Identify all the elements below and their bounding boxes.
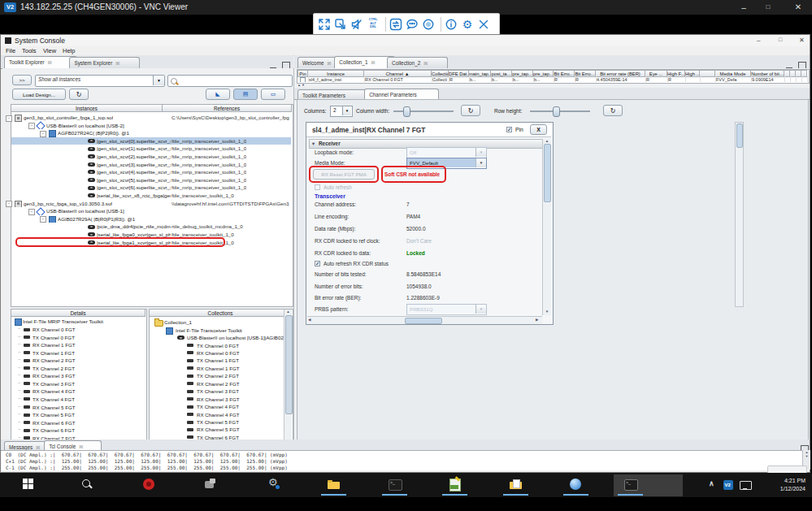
pin-checkbox[interactable]: ✓ — [506, 127, 512, 132]
scroll-left-icon[interactable]: ◀ — [308, 318, 310, 322]
tab-system-explorer[interactable]: System Explorer☒ — [69, 57, 140, 68]
tray-chevron-icon[interactable]: ∧ — [709, 479, 714, 487]
table-cell[interactable]: b... — [468, 76, 492, 82]
close-window-icon[interactable]: ✕ — [790, 2, 806, 11]
collections-scrollbar[interactable]: ▲▼ — [284, 310, 292, 448]
table-cell[interactable]: Collecti — [431, 76, 449, 82]
row-height-slider-thumb[interactable] — [553, 106, 560, 117]
details-item[interactable]: –TX Channel 0 FGT — [11, 334, 145, 342]
display-tray-icon[interactable] — [740, 481, 752, 490]
collections-item[interactable]: RX Channel 1 FGT — [150, 365, 283, 373]
taskbar-icon-file-explorer[interactable] — [328, 479, 340, 491]
tree-row[interactable]: |serial_lite_xcvr_x8_rctc_fpga|gen_sl_ph… — [11, 192, 291, 200]
tab-close-icon[interactable]: ☒ — [48, 60, 52, 65]
ctrl-alt-del-icon[interactable]: CTRLALTDEL — [367, 18, 380, 31]
section-collapse-icon[interactable]: ▾ — [312, 141, 315, 146]
tree-row[interactable]: |gen_slot_xcvr[0].superlite_xcvr_x8_slot… — [11, 137, 291, 145]
collections-item[interactable]: TX Channel 5 FGT — [150, 418, 283, 427]
tree-row[interactable]: |gen_slot_xcvr[1].superlite_xcvr_x8_slot… — [11, 145, 291, 153]
scroll-up-icon[interactable]: ▲ — [284, 310, 292, 314]
minimize-window-icon[interactable]: – — [736, 3, 752, 12]
chevron-down-icon[interactable]: ▼ — [475, 158, 486, 167]
details-item[interactable]: –TX Channel 6 FGT — [11, 427, 145, 435]
chat-icon[interactable] — [406, 18, 419, 31]
refresh-instances-button[interactable]: ↻ — [69, 89, 89, 100]
chevron-down-icon[interactable]: ▼ — [342, 106, 351, 115]
maximize-window-icon[interactable]: □ — [760, 3, 776, 11]
collections-item[interactable]: TX Channel 0 FGT — [150, 342, 283, 350]
tab-close-icon[interactable]: ☒ — [328, 61, 332, 66]
columns-spinner[interactable]: 2▼ — [330, 106, 353, 117]
details-item[interactable]: –RX Channel 3 FGT — [11, 372, 145, 380]
menu-view[interactable]: View — [43, 47, 56, 54]
fit-window-icon[interactable] — [334, 18, 347, 31]
table-cell[interactable]: R — [667, 76, 686, 82]
collections-item[interactable]: RX Channel 2 FGT — [150, 380, 283, 388]
menu-file[interactable]: File — [6, 47, 15, 54]
tree-expander-icon[interactable]: − — [6, 115, 12, 122]
collections-item[interactable]: RX Channel 4 FGT — [150, 411, 283, 419]
syscon-close-icon[interactable]: ✕ — [799, 37, 805, 44]
table-scroll-arrows[interactable]: ▲▼ — [297, 83, 306, 87]
scroll-thumb[interactable] — [736, 123, 743, 148]
panel-horizontal-scrollbar[interactable]: ◀▶ — [307, 316, 542, 324]
table-cell[interactable] — [684, 76, 701, 82]
taskbar-icon-terminal-active[interactable]: >_ — [624, 479, 636, 491]
tree-row[interactable]: |gen_slot_xcvr[3].superlite_xcvr_x8_slot… — [11, 161, 291, 169]
collapse-all-button[interactable]: ◣ — [206, 89, 230, 100]
menu-help[interactable]: Help — [63, 47, 75, 54]
syscon-maximize-icon[interactable]: □ — [779, 37, 782, 42]
scroll-thumb[interactable] — [405, 318, 442, 324]
info-icon[interactable] — [445, 18, 458, 31]
taskbar-icon-start[interactable] — [23, 479, 35, 491]
tree-row[interactable]: |gen_slot_xcvr[6].superlite_xcvr_x8_slot… — [11, 184, 291, 192]
taskbar-icon-documents-folder[interactable] — [510, 479, 522, 491]
file-transfer-icon[interactable] — [389, 18, 402, 31]
collections-item[interactable]: TX Channel 1 FGT — [150, 357, 283, 365]
details-root-row[interactable]: Intel F-Tile MRIP Transceiver Toolkit — [11, 318, 145, 326]
tab-close-icon[interactable]: ☒ — [115, 61, 119, 66]
tcl-console-output[interactable]: C0 (DC Ampl.) :| 670.67| 670.67| 670.67|… — [2, 450, 809, 470]
tree-row[interactable]: −AGFB027R24C( |B|P2|R0|). @1 — [11, 129, 291, 137]
table-cell[interactable]: b... — [511, 76, 534, 82]
close-connection-icon[interactable] — [477, 18, 490, 31]
table-cell[interactable] — [699, 76, 716, 82]
table-cell[interactable] — [801, 76, 808, 82]
taskbar-icon-search[interactable] — [81, 479, 93, 491]
collections-item[interactable]: TX Channel 2 FGT — [150, 372, 283, 380]
details-item[interactable]: –RX Channel 1 FGT — [11, 341, 145, 349]
column-header-references[interactable]: References — [162, 104, 292, 112]
details-item[interactable]: –RX Channel 0 FGT — [11, 326, 145, 334]
mute-icon[interactable] — [350, 18, 363, 31]
table-cell[interactable]: b... — [490, 76, 513, 82]
canvas-scrollbar[interactable] — [735, 122, 744, 307]
tree-row[interactable]: −gen3_bp_rctc_fpga_top_v10.3050.3.sof\\d… — [11, 200, 291, 208]
auto-refresh-checkbox[interactable] — [315, 184, 320, 190]
taskbar-icon-text-editor[interactable] — [449, 479, 461, 491]
search-input[interactable] — [167, 75, 293, 87]
details-item[interactable]: –RX Channel 5 FGT — [11, 404, 145, 412]
tab-collection-1[interactable]: Collection_1☒ — [334, 56, 395, 68]
scroll-thumb[interactable] — [544, 144, 551, 202]
table-cell[interactable]: 4.4504359E-14 — [595, 76, 646, 82]
collections-device[interactable]: USB-BlasterII on localhost [USB-1]|AGIB0… — [150, 334, 283, 342]
tree-expander-icon[interactable]: − — [28, 209, 35, 215]
collections-root[interactable]: Collection_1 — [150, 318, 283, 327]
vnc-tray-icon[interactable]: V2 — [723, 480, 733, 490]
tray-clock-time[interactable]: 4:21 PM — [758, 478, 805, 483]
scroll-up-icon[interactable]: ▲ — [543, 139, 551, 143]
table-cell[interactable]: R — [448, 76, 470, 82]
table-cell[interactable]: R — [574, 76, 597, 82]
collections-toolkit[interactable]: Intel F-Tile Transceiver Toolkit — [150, 327, 283, 335]
list-view-button[interactable]: ▤ — [233, 89, 258, 100]
tree-expander-icon[interactable]: − — [6, 201, 12, 207]
table-cell[interactable]: RX Channel 0 FGT — [363, 76, 432, 82]
chevron-down-icon[interactable]: ▼ — [153, 76, 164, 85]
table-cell[interactable]: R — [645, 76, 668, 82]
syscon-minimize-icon[interactable]: – — [757, 37, 760, 44]
tree-row[interactable]: |gen_slot_xcvr[2].superlite_xcvr_x8_slot… — [11, 153, 291, 161]
refresh-columns-button[interactable]: ↻ — [461, 105, 480, 116]
tab-collection-2[interactable]: Collection_2☒ — [387, 57, 448, 68]
table-cell[interactable]: b... — [532, 76, 554, 82]
auto-refresh-cdr-checkbox[interactable]: ✓ — [315, 261, 320, 266]
